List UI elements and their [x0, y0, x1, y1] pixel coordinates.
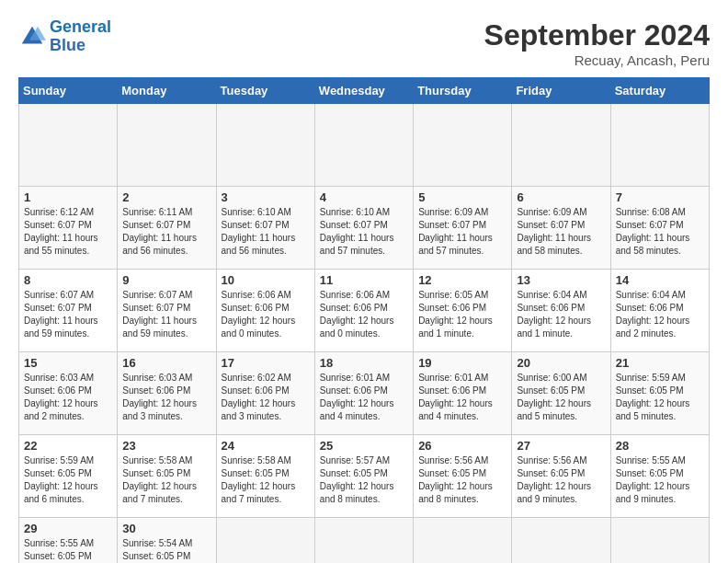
day-detail: Sunrise: 5:56 AM Sunset: 6:05 PM Dayligh…: [517, 454, 605, 506]
day-detail: Sunrise: 6:09 AM Sunset: 6:07 PM Dayligh…: [517, 206, 605, 258]
day-detail: Sunrise: 6:04 AM Sunset: 6:06 PM Dayligh…: [517, 289, 605, 340]
day-number: 25: [320, 439, 408, 453]
calendar-day-cell: 27Sunrise: 5:56 AM Sunset: 6:05 PM Dayli…: [512, 435, 610, 518]
day-number: 11: [320, 273, 408, 287]
calendar-day-cell: 16Sunrise: 6:03 AM Sunset: 6:06 PM Dayli…: [118, 352, 216, 435]
calendar-day-cell: 8Sunrise: 6:07 AM Sunset: 6:07 PM Daylig…: [19, 270, 118, 352]
calendar-day-cell: 1Sunrise: 6:12 AM Sunset: 6:07 PM Daylig…: [19, 187, 118, 270]
day-of-week-header: Sunday: [19, 78, 118, 104]
day-number: 15: [24, 356, 112, 370]
calendar-day-cell: 10Sunrise: 6:06 AM Sunset: 6:06 PM Dayli…: [216, 270, 314, 352]
day-detail: Sunrise: 5:54 AM Sunset: 6:05 PM Dayligh…: [122, 537, 210, 563]
calendar-day-cell: 19Sunrise: 6:01 AM Sunset: 6:06 PM Dayli…: [414, 352, 512, 435]
logo-text: General Blue: [50, 18, 111, 55]
day-number: 23: [122, 439, 210, 453]
calendar-day-cell: 4Sunrise: 6:10 AM Sunset: 6:07 PM Daylig…: [314, 187, 413, 270]
day-number: 4: [320, 190, 408, 204]
calendar-day-cell: 13Sunrise: 6:04 AM Sunset: 6:06 PM Dayli…: [512, 270, 610, 352]
day-number: 16: [122, 356, 210, 370]
calendar-day-cell: 6Sunrise: 6:09 AM Sunset: 6:07 PM Daylig…: [512, 187, 610, 270]
calendar-day-cell: 22Sunrise: 5:59 AM Sunset: 6:05 PM Dayli…: [19, 435, 118, 518]
calendar-table: SundayMondayTuesdayWednesdayThursdayFrid…: [18, 77, 710, 563]
day-detail: Sunrise: 6:10 AM Sunset: 6:07 PM Dayligh…: [222, 206, 310, 258]
day-detail: Sunrise: 6:04 AM Sunset: 6:06 PM Dayligh…: [616, 289, 704, 340]
logo-icon: [18, 23, 46, 51]
calendar-week-row: [19, 104, 710, 187]
calendar-day-cell: 2Sunrise: 6:11 AM Sunset: 6:07 PM Daylig…: [118, 187, 216, 270]
day-number: 1: [24, 190, 112, 204]
day-of-week-header: Monday: [118, 78, 216, 104]
day-detail: Sunrise: 5:59 AM Sunset: 6:05 PM Dayligh…: [24, 454, 112, 506]
day-number: 8: [24, 273, 112, 287]
day-number: 28: [616, 439, 704, 453]
day-detail: Sunrise: 6:07 AM Sunset: 6:07 PM Dayligh…: [122, 289, 210, 340]
day-detail: Sunrise: 6:11 AM Sunset: 6:07 PM Dayligh…: [122, 206, 210, 258]
day-of-week-header: Friday: [512, 78, 610, 104]
calendar-week-row: 15Sunrise: 6:03 AM Sunset: 6:06 PM Dayli…: [19, 352, 710, 435]
title-block: September 2024 Recuay, Ancash, Peru: [484, 18, 710, 68]
day-detail: Sunrise: 6:09 AM Sunset: 6:07 PM Dayligh…: [418, 206, 506, 258]
calendar-day-cell: 12Sunrise: 6:05 AM Sunset: 6:06 PM Dayli…: [414, 270, 512, 352]
day-number: 9: [122, 273, 210, 287]
logo-general: General: [50, 17, 111, 36]
calendar-day-cell: 30Sunrise: 5:54 AM Sunset: 6:05 PM Dayli…: [118, 518, 216, 564]
day-detail: Sunrise: 5:57 AM Sunset: 6:05 PM Dayligh…: [320, 454, 408, 506]
day-number: 10: [222, 273, 310, 287]
calendar-day-cell: [19, 104, 118, 187]
day-of-week-header: Wednesday: [314, 78, 413, 104]
calendar-week-row: 1Sunrise: 6:12 AM Sunset: 6:07 PM Daylig…: [19, 187, 710, 270]
day-number: 12: [418, 273, 506, 287]
calendar-day-cell: [216, 104, 314, 187]
day-number: 19: [418, 356, 506, 370]
day-of-week-header: Saturday: [610, 78, 709, 104]
calendar-day-cell: [512, 104, 610, 187]
day-detail: Sunrise: 6:06 AM Sunset: 6:06 PM Dayligh…: [222, 289, 310, 340]
day-detail: Sunrise: 6:03 AM Sunset: 6:06 PM Dayligh…: [24, 372, 112, 423]
calendar-week-row: 29Sunrise: 5:55 AM Sunset: 6:05 PM Dayli…: [19, 518, 710, 564]
calendar-day-cell: [314, 104, 413, 187]
calendar-day-cell: [216, 518, 314, 564]
day-number: 13: [517, 273, 605, 287]
day-of-week-header: Thursday: [414, 78, 512, 104]
day-detail: Sunrise: 6:03 AM Sunset: 6:06 PM Dayligh…: [122, 372, 210, 423]
day-number: 5: [418, 190, 506, 204]
calendar-day-cell: [512, 518, 610, 564]
day-detail: Sunrise: 5:55 AM Sunset: 6:05 PM Dayligh…: [616, 454, 704, 506]
day-detail: Sunrise: 6:12 AM Sunset: 6:07 PM Dayligh…: [24, 206, 112, 258]
day-number: 24: [222, 439, 310, 453]
calendar-day-cell: 20Sunrise: 6:00 AM Sunset: 6:05 PM Dayli…: [512, 352, 610, 435]
day-of-week-header: Tuesday: [216, 78, 314, 104]
calendar-day-cell: 26Sunrise: 5:56 AM Sunset: 6:05 PM Dayli…: [414, 435, 512, 518]
day-number: 17: [222, 356, 310, 370]
calendar-day-cell: 25Sunrise: 5:57 AM Sunset: 6:05 PM Dayli…: [314, 435, 413, 518]
calendar-day-cell: 24Sunrise: 5:58 AM Sunset: 6:05 PM Dayli…: [216, 435, 314, 518]
calendar-day-cell: 15Sunrise: 6:03 AM Sunset: 6:06 PM Dayli…: [19, 352, 118, 435]
day-number: 22: [24, 439, 112, 453]
day-detail: Sunrise: 6:01 AM Sunset: 6:06 PM Dayligh…: [320, 372, 408, 423]
calendar-day-cell: [610, 104, 709, 187]
calendar-day-cell: [610, 518, 709, 564]
calendar-day-cell: 3Sunrise: 6:10 AM Sunset: 6:07 PM Daylig…: [216, 187, 314, 270]
calendar-day-cell: 21Sunrise: 5:59 AM Sunset: 6:05 PM Dayli…: [610, 352, 709, 435]
calendar-day-cell: [314, 518, 413, 564]
page-header: General Blue September 2024 Recuay, Anca…: [18, 18, 710, 68]
day-detail: Sunrise: 6:01 AM Sunset: 6:06 PM Dayligh…: [418, 372, 506, 423]
day-detail: Sunrise: 5:59 AM Sunset: 6:05 PM Dayligh…: [616, 372, 704, 423]
day-number: 29: [24, 522, 112, 535]
calendar-day-cell: 5Sunrise: 6:09 AM Sunset: 6:07 PM Daylig…: [414, 187, 512, 270]
location-subtitle: Recuay, Ancash, Peru: [484, 52, 710, 68]
month-title: September 2024: [484, 18, 710, 52]
day-number: 18: [320, 356, 408, 370]
day-detail: Sunrise: 6:10 AM Sunset: 6:07 PM Dayligh…: [320, 206, 408, 258]
day-detail: Sunrise: 6:05 AM Sunset: 6:06 PM Dayligh…: [418, 289, 506, 340]
day-detail: Sunrise: 5:58 AM Sunset: 6:05 PM Dayligh…: [122, 454, 210, 506]
day-detail: Sunrise: 6:06 AM Sunset: 6:06 PM Dayligh…: [320, 289, 408, 340]
day-detail: Sunrise: 5:55 AM Sunset: 6:05 PM Dayligh…: [24, 537, 112, 563]
day-number: 20: [517, 356, 605, 370]
calendar-day-cell: 9Sunrise: 6:07 AM Sunset: 6:07 PM Daylig…: [118, 270, 216, 352]
calendar-day-cell: 18Sunrise: 6:01 AM Sunset: 6:06 PM Dayli…: [314, 352, 413, 435]
calendar-day-cell: 28Sunrise: 5:55 AM Sunset: 6:05 PM Dayli…: [610, 435, 709, 518]
calendar-day-cell: 29Sunrise: 5:55 AM Sunset: 6:05 PM Dayli…: [19, 518, 118, 564]
day-number: 7: [616, 190, 704, 204]
day-detail: Sunrise: 6:08 AM Sunset: 6:07 PM Dayligh…: [616, 206, 704, 258]
